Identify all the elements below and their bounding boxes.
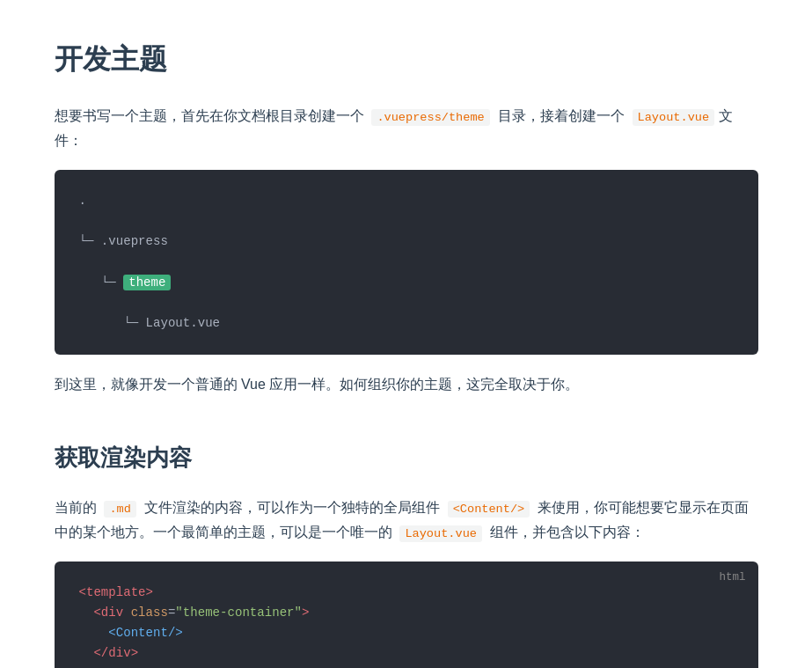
tree-theme-line: └─ theme xyxy=(79,273,737,293)
desc-paragraph: 到这里，就像开发一个普通的 Vue 应用一样。如何组织你的主题，这完全取决于你。 xyxy=(55,372,758,396)
intro-text-between: 目录，接着创建一个 xyxy=(498,108,625,123)
inline-code-md: .md xyxy=(104,501,135,518)
html-line1: <template> xyxy=(79,585,153,599)
content-text-after: 组件，并包含以下内容： xyxy=(490,525,645,540)
inline-code-layout-vue: Layout.vue xyxy=(633,109,715,126)
section2-title: 获取渲染内容 xyxy=(55,438,758,478)
html-attr-class: class xyxy=(131,606,168,620)
content-text-between1: 文件渲染的内容，可以作为一个独特的全局组件 xyxy=(144,500,440,515)
page-title: 开发主题 xyxy=(55,35,758,83)
html-line3: <Content/> xyxy=(108,626,182,640)
content-text-before: 当前的 xyxy=(55,500,97,515)
content-paragraph: 当前的 .md 文件渲染的内容，可以作为一个独特的全局组件 <Content/>… xyxy=(55,495,758,543)
tree-dot: . xyxy=(79,191,737,211)
intro-text-before: 想要书写一个主题，首先在你文档根目录创建一个 xyxy=(55,108,364,123)
html-code-block: html <template> <div class="theme-contai… xyxy=(55,562,758,668)
inline-code-layout-vue2: Layout.vue xyxy=(399,525,482,542)
inline-code-vuepress-theme: .vuepress/theme xyxy=(371,109,489,126)
tree-layout-line: └─ Layout.vue xyxy=(79,313,737,334)
file-tree-block: . └─ .vuepress └─ theme └─ Layout.vue xyxy=(55,170,758,356)
intro-paragraph: 想要书写一个主题，首先在你文档根目录创建一个 .vuepress/theme 目… xyxy=(55,104,758,151)
html-line2-open: <div xyxy=(93,606,123,620)
tree-layout-file: Layout.vue xyxy=(146,316,220,330)
html-code-pre: <template> <div class="theme-container">… xyxy=(79,583,737,668)
file-tree-pre: . └─ .vuepress └─ theme └─ Layout.vue xyxy=(79,191,737,334)
tree-theme-label: theme xyxy=(123,275,171,290)
html-attr-val: "theme-container" xyxy=(175,606,302,620)
tree-vuepress: └─ .vuepress xyxy=(79,231,737,252)
lang-label: html xyxy=(720,569,746,587)
html-line2-close: > xyxy=(302,606,309,620)
page-content: 开发主题 想要书写一个主题，首先在你文档根目录创建一个 .vuepress/th… xyxy=(28,0,785,668)
html-line4: </div> xyxy=(93,646,138,660)
inline-code-content: <Content/> xyxy=(448,501,530,518)
